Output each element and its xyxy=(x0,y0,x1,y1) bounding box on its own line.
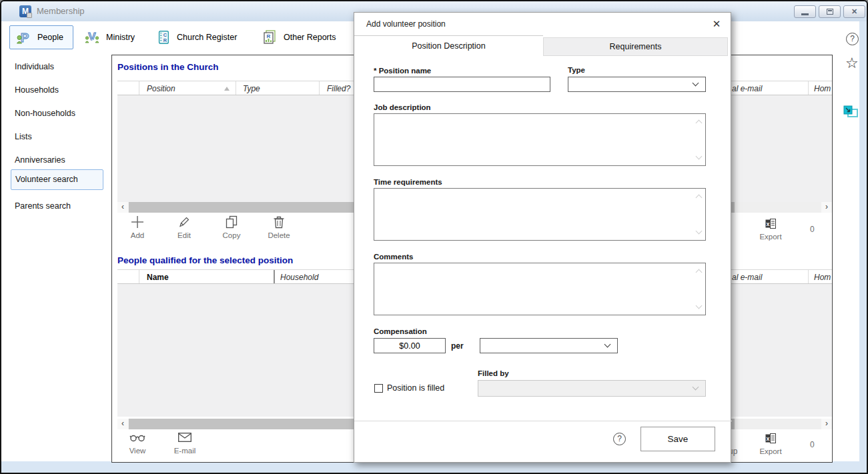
toolbar-item-label: Other Reports xyxy=(284,33,336,42)
maximize-icon xyxy=(827,9,833,15)
column-header-email-partial[interactable]: al e-mail xyxy=(732,273,762,282)
column-header-home-partial[interactable]: Hom xyxy=(814,84,831,93)
scroll-down-icon xyxy=(696,303,703,309)
filled-by-select[interactable] xyxy=(478,380,706,397)
toolbar-item-church-register[interactable]: C R Church Register xyxy=(151,25,242,49)
delete-button[interactable]: Delete xyxy=(258,214,300,239)
column-divider xyxy=(274,270,275,283)
type-select[interactable] xyxy=(568,77,706,92)
sidebar-item-lists[interactable]: Lists xyxy=(15,130,32,143)
excel-icon: x xyxy=(749,215,792,231)
dialog-footer-divider xyxy=(354,421,732,421)
sort-ascending-icon xyxy=(224,87,230,91)
minimize-icon xyxy=(801,13,809,15)
toolbar-item-people[interactable]: P People xyxy=(9,25,73,49)
app-logo-icon: M xyxy=(19,5,31,17)
tab-requirements[interactable]: Requirements xyxy=(543,37,728,56)
sidebar-item-volunteer-search[interactable]: Volunteer search xyxy=(11,169,103,190)
action-label: Edit xyxy=(163,231,205,239)
scroll-right-button[interactable]: › xyxy=(821,419,832,429)
edit-button[interactable]: Edit xyxy=(163,214,205,239)
star-icon: ☆ xyxy=(845,55,859,71)
view-button[interactable]: View xyxy=(116,429,159,455)
position-name-label: * Position name xyxy=(374,67,431,75)
svg-text:V: V xyxy=(88,31,96,43)
scroll-right-button[interactable]: › xyxy=(821,202,832,213)
job-description-textarea[interactable] xyxy=(374,113,706,166)
toolbar-item-label: Ministry xyxy=(106,33,135,42)
add-volunteer-position-dialog: Add volunteer position ✕ Position Descri… xyxy=(354,12,731,463)
tab-position-description[interactable]: Position Description xyxy=(354,35,543,56)
scroll-down-icon xyxy=(696,228,703,235)
compensation-label: Compensation xyxy=(374,327,427,335)
column-header-email-partial[interactable]: al e-mail xyxy=(732,84,762,93)
per-select[interactable] xyxy=(480,338,618,353)
export-button-2[interactable]: x Export xyxy=(749,430,792,455)
sidebar-item-households[interactable]: Households xyxy=(15,83,59,97)
svg-text:x: x xyxy=(766,435,769,441)
email-button[interactable]: E-mail xyxy=(163,429,206,455)
favorite-star-button[interactable]: ☆ xyxy=(845,56,859,71)
column-divider xyxy=(808,270,809,283)
time-requirements-textarea[interactable] xyxy=(374,188,706,241)
sidebar-item-anniversaries[interactable]: Anniversaries xyxy=(15,153,65,167)
column-header-name[interactable]: Name xyxy=(147,273,169,282)
chevron-down-icon xyxy=(693,79,699,86)
position-filled-checkbox[interactable] xyxy=(374,384,383,393)
compensation-input[interactable] xyxy=(374,338,446,353)
close-button[interactable]: ✕ xyxy=(843,5,865,18)
export-button[interactable]: x Export xyxy=(749,215,792,241)
glasses-icon xyxy=(116,429,159,445)
row-count-2: 0 xyxy=(810,440,815,449)
dialog-close-button[interactable]: ✕ xyxy=(710,17,723,31)
action-label: Add xyxy=(116,231,159,239)
positions-panel-title: Positions in the Church xyxy=(117,62,219,72)
copy-button[interactable]: Copy xyxy=(210,214,253,239)
capture-tool-button[interactable] xyxy=(843,105,859,121)
minimize-button[interactable] xyxy=(794,5,816,18)
save-button[interactable]: Save xyxy=(640,427,715,451)
scroll-up-icon xyxy=(696,269,703,276)
window-title: Membership xyxy=(37,6,85,16)
sidebar-item-individuals[interactable]: Individuals xyxy=(15,60,54,73)
excel-icon: x xyxy=(749,430,792,446)
toolbar-item-other-reports[interactable]: R Other Reports xyxy=(256,25,342,49)
dialog-help-button[interactable]: ? xyxy=(613,433,626,445)
toolbar-item-label: People xyxy=(37,33,63,42)
job-description-label: Job description xyxy=(374,103,431,111)
row-count: 0 xyxy=(810,225,815,234)
column-header-filled[interactable]: Filled? xyxy=(327,84,350,93)
column-header-home-partial[interactable]: Hom xyxy=(814,273,831,282)
svg-text:P: P xyxy=(21,31,29,45)
column-header-position[interactable]: Position xyxy=(147,84,175,93)
close-icon: ✕ xyxy=(851,7,857,16)
per-label: per xyxy=(451,341,464,351)
column-header-type[interactable]: Type xyxy=(243,84,260,93)
action-label: E-mail xyxy=(163,447,206,455)
scroll-left-button[interactable]: ‹ xyxy=(117,419,128,429)
column-header-household[interactable]: Household xyxy=(280,273,318,282)
export-label: Export xyxy=(749,233,792,241)
people-panel-title: People qualified for the selected positi… xyxy=(117,255,293,265)
export-label: Export xyxy=(749,447,792,455)
sidebar-item-non-households[interactable]: Non-households xyxy=(15,107,75,120)
scroll-down-icon xyxy=(696,153,703,160)
type-label: Type xyxy=(568,66,585,74)
toolbar-item-ministry[interactable]: V Ministry xyxy=(79,25,140,49)
action-label: Copy xyxy=(210,231,253,239)
maximize-button[interactable] xyxy=(819,5,841,18)
toolbar-item-label: Church Register xyxy=(177,33,237,42)
close-icon: ✕ xyxy=(713,18,721,29)
church-register-icon: C R xyxy=(156,29,171,45)
comments-textarea[interactable] xyxy=(374,263,706,315)
pencil-icon xyxy=(163,214,205,230)
help-icon-button[interactable]: ? xyxy=(846,33,859,45)
position-name-input[interactable] xyxy=(374,77,550,92)
copy-icon xyxy=(210,214,253,230)
svg-text:R: R xyxy=(267,33,271,39)
sidebar-item-parents-search[interactable]: Parents search xyxy=(15,199,71,213)
scroll-left-button[interactable]: ‹ xyxy=(117,202,128,213)
add-button[interactable]: Add xyxy=(116,214,159,239)
people-icon: P xyxy=(15,29,31,45)
position-filled-label: Position is filled xyxy=(387,383,444,393)
